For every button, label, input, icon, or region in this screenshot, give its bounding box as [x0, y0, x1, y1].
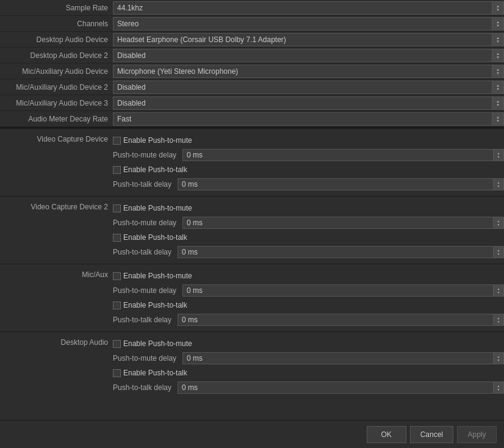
push-to-mute-checkbox-label-video-capture-device[interactable]: Enable Push-to-mute	[113, 136, 192, 145]
push-to-mute-delay-wrapper-mic-aux[interactable]	[182, 284, 504, 297]
audio-meter-decay-select[interactable]: Fast	[113, 112, 504, 126]
push-to-talk-checkbox-video-capture-device[interactable]	[113, 166, 121, 174]
push-to-mute-text-desktop-audio: Enable Push-to-mute	[123, 339, 192, 348]
push-to-talk-delay-row-video-capture-device-2: Push-to-talk delay	[113, 245, 504, 259]
push-to-mute-delay-input-video-capture-device-2[interactable]	[182, 217, 504, 229]
push-to-mute-delay-spinner-video-capture-device-2[interactable]	[493, 217, 504, 229]
push-to-mute-text-video-capture-device: Enable Push-to-mute	[123, 136, 192, 145]
push-to-talk-delay-spinner-video-capture-device[interactable]	[493, 178, 504, 190]
device-label-desktop-audio: Desktop Audio	[0, 336, 113, 347]
push-to-talk-delay-row-video-capture-device: Push-to-talk delay	[113, 178, 504, 191]
push-to-talk-checkbox-label-video-capture-device[interactable]: Enable Push-to-talk	[113, 165, 187, 174]
mic-aux-device3-select[interactable]: Disabled	[113, 96, 504, 110]
device-section-video-capture-device: Video Capture Device Enable Push-to-mute…	[0, 128, 504, 196]
push-to-talk-delay-wrapper-video-capture-device[interactable]	[178, 178, 504, 190]
push-to-talk-row-video-capture-device: Enable Push-to-talk	[113, 163, 504, 176]
push-to-talk-checkbox-video-capture-device-2[interactable]	[113, 234, 121, 242]
push-to-talk-delay-label-video-capture-device: Push-to-talk delay	[113, 180, 171, 189]
push-to-mute-delay-wrapper-video-capture-device-2[interactable]	[182, 217, 504, 229]
push-to-mute-delay-input-video-capture-device[interactable]	[182, 149, 504, 161]
push-to-mute-delay-input-desktop-audio[interactable]	[182, 352, 504, 364]
push-to-mute-text-mic-aux: Enable Push-to-mute	[123, 272, 192, 280]
push-to-talk-checkbox-label-desktop-audio[interactable]: Enable Push-to-talk	[113, 369, 187, 377]
push-to-mute-checkbox-label-mic-aux[interactable]: Enable Push-to-mute	[113, 272, 192, 280]
device-label-video-capture-device-2: Video Capture Device 2	[0, 200, 113, 211]
ok-button[interactable]: OK	[367, 426, 406, 443]
push-to-mute-delay-input-mic-aux[interactable]	[182, 284, 504, 297]
push-to-mute-checkbox-mic-aux[interactable]	[113, 272, 121, 280]
push-to-mute-delay-wrapper-video-capture-device[interactable]	[182, 149, 504, 161]
push-to-mute-delay-spinner-mic-aux[interactable]	[493, 284, 504, 297]
push-to-talk-delay-wrapper-desktop-audio[interactable]	[178, 381, 504, 394]
push-to-talk-delay-spinner-video-capture-device-2[interactable]	[493, 246, 504, 258]
push-to-mute-checkbox-desktop-audio[interactable]	[113, 340, 121, 348]
push-to-talk-checkbox-label-video-capture-device-2[interactable]: Enable Push-to-talk	[113, 233, 187, 242]
device-controls-mic-aux: Enable Push-to-mute Push-to-mute delay E…	[113, 268, 504, 328]
push-to-talk-row-mic-aux: Enable Push-to-talk	[113, 298, 504, 312]
push-to-mute-checkbox-video-capture-device-2[interactable]	[113, 204, 121, 212]
desktop-audio-device2-select[interactable]: Disabled	[113, 49, 504, 62]
channels-label: Channels	[0, 20, 113, 28]
footer: OK Cancel Apply	[0, 420, 504, 448]
push-to-talk-delay-spinner-desktop-audio[interactable]	[493, 381, 504, 394]
desktop-audio-device2-wrapper[interactable]: Disabled	[113, 49, 504, 62]
device-controls-video-capture-device-2: Enable Push-to-mute Push-to-mute delay E…	[113, 200, 504, 260]
mic-aux-device-select[interactable]: Microphone (Yeti Stereo Microphone)	[113, 65, 504, 78]
push-to-mute-delay-spinner-video-capture-device[interactable]	[493, 149, 504, 161]
audio-meter-decay-row: Audio Meter Decay Rate Fast	[0, 111, 504, 127]
push-to-talk-delay-input-desktop-audio[interactable]	[178, 381, 504, 394]
push-to-mute-delay-spinner-desktop-audio[interactable]	[493, 352, 504, 364]
desktop-audio-device-wrapper[interactable]: Headset Earphone (Corsair USB Dolby 7.1 …	[113, 33, 504, 46]
push-to-talk-delay-input-mic-aux[interactable]	[178, 314, 504, 326]
mic-aux-device2-row: Mic/Auxiliary Audio Device 2 Disabled	[0, 79, 504, 95]
push-to-talk-text-mic-aux: Enable Push-to-talk	[123, 301, 187, 309]
push-to-mute-delay-label-mic-aux: Push-to-mute delay	[113, 286, 176, 295]
push-to-mute-delay-label-video-capture-device: Push-to-mute delay	[113, 151, 176, 159]
mic-aux-device2-select[interactable]: Disabled	[113, 81, 504, 94]
cancel-button[interactable]: Cancel	[410, 426, 453, 443]
push-to-talk-delay-input-video-capture-device[interactable]	[178, 178, 504, 190]
audio-meter-decay-wrapper[interactable]: Fast	[113, 112, 504, 126]
sample-rate-select[interactable]: 44.1khz	[113, 1, 504, 15]
push-to-talk-delay-label-desktop-audio: Push-to-talk delay	[113, 383, 171, 392]
push-to-mute-delay-row-video-capture-device-2: Push-to-mute delay	[113, 216, 504, 229]
push-to-talk-delay-row-desktop-audio: Push-to-talk delay	[113, 381, 504, 394]
desktop-audio-device2-label: Desktop Audio Device 2	[0, 51, 113, 60]
push-to-talk-checkbox-desktop-audio[interactable]	[113, 369, 121, 377]
push-to-talk-checkbox-mic-aux[interactable]	[113, 302, 121, 309]
push-to-talk-delay-input-video-capture-device-2[interactable]	[178, 246, 504, 258]
sample-rate-label: Sample Rate	[0, 4, 113, 12]
device-controls-video-capture-device: Enable Push-to-mute Push-to-mute delay E…	[113, 132, 504, 192]
device-section-desktop-audio: Desktop Audio Enable Push-to-mute Push-t…	[0, 331, 504, 399]
mic-aux-device3-wrapper[interactable]: Disabled	[113, 96, 504, 110]
push-to-mute-row-video-capture-device-2: Enable Push-to-mute	[113, 201, 504, 215]
push-to-talk-delay-wrapper-mic-aux[interactable]	[178, 314, 504, 326]
channels-row: Channels Stereo	[0, 16, 504, 32]
push-to-mute-delay-row-desktop-audio: Push-to-mute delay	[113, 352, 504, 365]
device-controls-desktop-audio: Enable Push-to-mute Push-to-mute delay E…	[113, 336, 504, 396]
apply-button[interactable]: Apply	[457, 426, 497, 443]
push-to-talk-delay-spinner-mic-aux[interactable]	[493, 314, 504, 326]
desktop-audio-device-select[interactable]: Headset Earphone (Corsair USB Dolby 7.1 …	[113, 33, 504, 46]
push-to-talk-text-video-capture-device-2: Enable Push-to-talk	[123, 233, 187, 242]
channels-wrapper[interactable]: Stereo	[113, 17, 504, 31]
device-section-mic-aux: Mic/Aux Enable Push-to-mute Push-to-mute…	[0, 264, 504, 331]
mic-aux-device2-wrapper[interactable]: Disabled	[113, 81, 504, 94]
push-to-mute-delay-row-video-capture-device: Push-to-mute delay	[113, 148, 504, 162]
push-to-talk-row-video-capture-device-2: Enable Push-to-talk	[113, 231, 504, 244]
push-to-mute-delay-label-desktop-audio: Push-to-mute delay	[113, 354, 176, 363]
mic-aux-device-row: Mic/Auxiliary Audio Device Microphone (Y…	[0, 63, 504, 79]
push-to-mute-text-video-capture-device-2: Enable Push-to-mute	[123, 204, 192, 212]
mic-aux-device-wrapper[interactable]: Microphone (Yeti Stereo Microphone)	[113, 65, 504, 78]
push-to-talk-checkbox-label-mic-aux[interactable]: Enable Push-to-talk	[113, 301, 187, 309]
push-to-mute-checkbox-label-desktop-audio[interactable]: Enable Push-to-mute	[113, 339, 192, 348]
channels-select[interactable]: Stereo	[113, 17, 504, 31]
push-to-mute-checkbox-video-capture-device[interactable]	[113, 137, 121, 145]
push-to-talk-delay-wrapper-video-capture-device-2[interactable]	[178, 246, 504, 258]
push-to-talk-delay-label-video-capture-device-2: Push-to-talk delay	[113, 248, 171, 256]
sample-rate-wrapper[interactable]: 44.1khz	[113, 1, 504, 15]
push-to-mute-delay-row-mic-aux: Push-to-mute delay	[113, 284, 504, 297]
push-to-mute-delay-wrapper-desktop-audio[interactable]	[182, 352, 504, 364]
spacer	[0, 399, 504, 420]
push-to-mute-checkbox-label-video-capture-device-2[interactable]: Enable Push-to-mute	[113, 204, 192, 212]
